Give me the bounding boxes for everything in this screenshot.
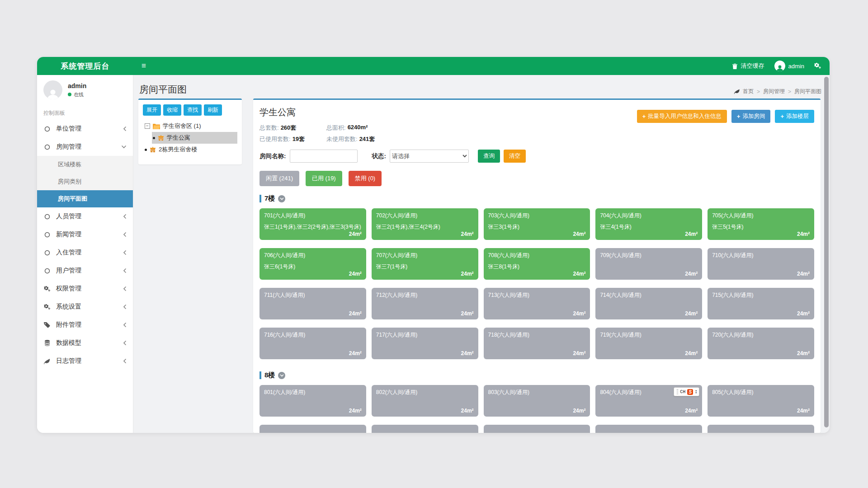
room-card-partial[interactable] [708,425,814,433]
room-card[interactable]: 801(六人间/通用)24m² [259,385,366,417]
stat-value: 6240m² [348,124,368,132]
breadcrumb-item[interactable]: 首页 [743,88,754,95]
tree-node[interactable]: 2栋男生宿舍楼 [144,144,237,155]
sidebar-item-10[interactable]: 日志管理 [37,352,133,370]
tree-root-node[interactable]: − 学生宿舍区 (1) [144,120,237,132]
tree-toolbar-button[interactable]: 展开 [143,104,161,116]
action-button[interactable]: +添加房间 [731,110,771,123]
room-card[interactable]: 711(六人间/通用)24m² [259,288,366,319]
room-number: 702(六人间/通用) [376,212,474,220]
tree-node[interactable]: 学生公寓 [152,132,237,144]
room-number: 717(六人间/通用) [376,331,474,339]
legend-button[interactable]: 闲置 (241) [259,171,299,186]
tree-toolbar-button[interactable]: 刷新 [204,104,222,116]
room-card[interactable]: 705(六人间/通用)张三5(1号床)24m² [708,208,814,240]
sidebar-item-4[interactable]: 入住管理 [37,244,133,262]
ime-arrows-icon[interactable]: ▲▼ [695,389,697,394]
app-brand[interactable]: 系统管理后台 [37,61,133,71]
sidebar-item-8[interactable]: 附件管理 [37,316,133,334]
sidebar-item-6[interactable]: 权限管理 [37,280,133,298]
sidebar-subitem[interactable]: 区域楼栋 [37,156,133,173]
room-card[interactable]: 704(六人间/通用)张三4(1号床)24m² [595,208,702,240]
ime-drag-handle[interactable] [677,389,678,394]
room-card-partial[interactable] [372,425,478,433]
legend-button[interactable]: 已用 (19) [306,171,342,186]
room-card[interactable]: 716(六人间/通用)24m² [259,328,366,359]
sidebar-item-9[interactable]: 数据模型 [37,334,133,352]
sidebar-item-7[interactable]: 系统设置 [37,298,133,316]
sidebar-toggle-icon[interactable]: ≡ [133,57,154,75]
room-card[interactable]: 712(六人间/通用)24m² [372,288,478,319]
room-card[interactable]: 710(六人间/通用)24m² [708,248,814,280]
clear-cache-label: 清空缓存 [741,62,764,70]
room-number: 715(六人间/通用) [712,291,810,299]
room-occupants: 张三8(1号床) [488,263,586,270]
sidebar-item-5[interactable]: 用户管理 [37,262,133,280]
room-card[interactable]: 805(六人间/通用)24m² [708,385,814,417]
room-area: 24m² [573,310,585,317]
room-card[interactable]: 803(六人间/通用)24m² [484,385,590,417]
chevron-left-icon [123,126,127,131]
sidebar-item-0[interactable]: 单位管理 [37,120,133,138]
room-card[interactable]: 719(六人间/通用)24m² [595,328,702,359]
room-card[interactable]: 718(六人间/通用)24m² [484,328,590,359]
clear-cache-button[interactable]: 清空缓存 [732,62,764,70]
floor-collapse-icon[interactable] [278,195,285,202]
room-card-partial[interactable] [259,425,366,433]
sidebar-subitem[interactable]: 房间类别 [37,173,133,190]
action-button[interactable]: +批量导入用户信息和入住信息 [637,110,727,123]
tree-toolbar-button[interactable]: 收缩 [163,104,181,116]
page-title: 房间平面图 [139,83,821,96]
sidebar-item-label: 单位管理 [56,125,81,133]
sidebar-subitem[interactable]: 房间平面图 [37,190,133,207]
action-button[interactable]: +添加楼层 [775,110,814,123]
vertical-scrollbar[interactable] [824,77,829,427]
sidebar-item-2[interactable]: 人员管理 [37,207,133,225]
room-card[interactable]: 715(六人间/通用)24m² [708,288,814,319]
breadcrumb-item[interactable]: 房间平面图 [794,88,821,95]
room-card[interactable]: 706(六人间/通用)张三6(1号床)24m² [259,248,366,280]
room-area: 24m² [797,310,810,317]
sidebar-submenu: 区域楼栋房间类别房间平面图 [37,156,133,207]
clear-button[interactable]: 清空 [504,150,526,163]
room-card[interactable]: 804(六人间/通用)24m²CHS▲▼ [595,385,702,417]
room-occupants: 张三7(1号床) [376,263,474,270]
room-card-partial[interactable] [484,425,590,433]
collapse-node-icon[interactable]: − [145,123,150,129]
room-card[interactable]: 708(六人间/通用)张三8(1号床)24m² [484,248,590,280]
room-card[interactable]: 701(六人间/通用)张三1(1号床),张三2(2号床),张三3(3号床)24m… [259,208,366,240]
user-menu[interactable]: admin [774,61,804,71]
room-name-input[interactable] [290,150,358,163]
room-number: 719(六人间/通用) [600,331,698,339]
room-card[interactable]: 717(六人间/通用)24m² [372,328,478,359]
status-select[interactable]: 请选择 [390,150,469,163]
floor-collapse-icon[interactable] [278,372,285,379]
sidebar: admin 在线 控制面板 单位管理房间管理区域楼栋房间类别房间平面图人员管理新… [37,75,133,433]
room-number: 701(六人间/通用) [264,212,362,220]
cogs-icon [43,286,51,292]
stat-value: 241套 [359,135,375,143]
room-card-partial[interactable] [595,425,702,433]
sidebar-item-1[interactable]: 房间管理 [37,138,133,156]
room-area: 24m² [349,310,362,317]
room-area: 24m² [685,231,698,237]
room-card[interactable]: 713(六人间/通用)24m² [484,288,590,319]
room-card[interactable]: 703(六人间/通用)张三3(1号床)24m² [484,208,590,240]
sidebar-item-label: 新闻管理 [56,230,81,239]
ime-indicator[interactable]: CHS▲▼ [674,387,699,396]
stat-label: 总面积: [326,124,346,132]
sidebar-item-3[interactable]: 新闻管理 [37,225,133,244]
room-card[interactable]: 707(六人间/通用)张三7(1号床)24m² [372,248,478,280]
room-card[interactable]: 714(六人间/通用)24m² [595,288,702,319]
room-card[interactable]: 802(六人间/通用)24m² [372,385,478,417]
breadcrumb-item[interactable]: 房间管理 [763,88,785,95]
room-card[interactable]: 709(六人间/通用)24m² [595,248,702,280]
search-button[interactable]: 查询 [478,150,500,163]
settings-gear-icon[interactable] [814,63,821,69]
room-card[interactable]: 702(六人间/通用)张三2(1号床),张三4(2号床)24m² [372,208,478,240]
legend-button[interactable]: 禁用 (0) [349,171,382,186]
app-window: 系统管理后台 ≡ 清空缓存 admin [37,57,830,433]
tree-toolbar-button[interactable]: 查找 [184,104,202,116]
plus-icon: + [780,113,784,120]
room-card[interactable]: 720(六人间/通用)24m² [708,328,814,359]
